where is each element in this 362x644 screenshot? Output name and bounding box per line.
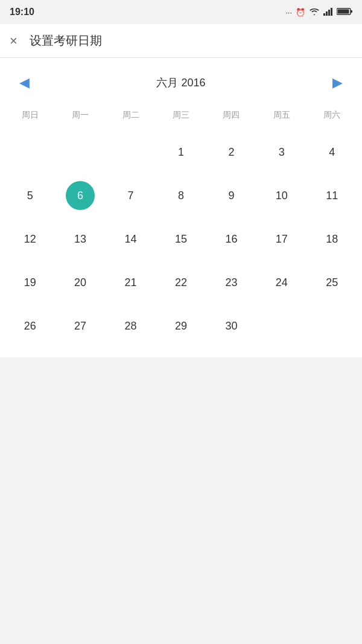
calendar-day[interactable]: 3 <box>256 130 306 174</box>
month-title: 六月 2016 <box>156 75 205 90</box>
calendar-day[interactable]: 10 <box>256 174 306 217</box>
calendar-day[interactable]: 22 <box>156 261 206 304</box>
calendar-day[interactable]: 23 <box>206 261 256 304</box>
page-title: 设置考研日期 <box>30 33 102 49</box>
status-icons: ··· ⏰ <box>285 7 352 18</box>
svg-rect-6 <box>338 9 349 13</box>
calendar-day[interactable]: 16 <box>206 217 256 261</box>
weekday-mon: 周一 <box>55 105 105 126</box>
calendar-day[interactable]: 8 <box>156 174 206 217</box>
svg-rect-1 <box>326 11 328 16</box>
calendar-day <box>307 304 357 348</box>
calendar-day[interactable]: 4 <box>307 130 357 174</box>
calendar-day[interactable]: 14 <box>106 217 156 261</box>
status-bar: 19:10 ··· ⏰ <box>0 0 362 24</box>
calendar-day[interactable]: 24 <box>256 261 306 304</box>
weekday-sat: 周六 <box>307 105 357 126</box>
calendar-day[interactable]: 21 <box>106 261 156 304</box>
weekday-sun: 周日 <box>5 105 55 126</box>
calendar-day <box>106 130 156 174</box>
calendar-day[interactable]: 28 <box>106 304 156 348</box>
calendar-day[interactable]: 18 <box>307 217 357 261</box>
calendar-day[interactable]: 19 <box>5 261 55 304</box>
status-time: 19:10 <box>10 7 34 18</box>
calendar-day[interactable]: 13 <box>55 217 105 261</box>
calendar-day[interactable]: 5 <box>5 174 55 217</box>
svg-rect-3 <box>331 8 332 16</box>
calendar-day[interactable]: 2 <box>206 130 256 174</box>
signal-dots-icon: ··· <box>285 8 292 17</box>
calendar-day[interactable]: 17 <box>256 217 306 261</box>
wifi-icon <box>309 7 320 18</box>
month-navigation: ◀ 六月 2016 ▶ <box>5 68 357 105</box>
weekday-headers: 周日 周一 周二 周三 周四 周五 周六 <box>5 105 357 126</box>
calendar-day[interactable]: 27 <box>55 304 105 348</box>
weekday-tue: 周二 <box>106 105 156 126</box>
calendar-day <box>55 130 105 174</box>
calendar-day[interactable]: 30 <box>206 304 256 348</box>
calendar-day[interactable]: 7 <box>106 174 156 217</box>
prev-month-button[interactable]: ◀ <box>14 72 34 93</box>
weekday-thu: 周四 <box>206 105 256 126</box>
calendar-day[interactable]: 26 <box>5 304 55 348</box>
calendar-grid: 1234567891011121314151617181920212223242… <box>5 130 357 348</box>
calendar-day[interactable]: 29 <box>156 304 206 348</box>
calendar: ◀ 六月 2016 ▶ 周日 周一 周二 周三 周四 周五 周六 1234567… <box>0 58 362 357</box>
calendar-day[interactable]: 12 <box>5 217 55 261</box>
page-header: × 设置考研日期 <box>0 24 362 58</box>
calendar-day[interactable]: 20 <box>55 261 105 304</box>
calendar-day[interactable]: 1 <box>156 130 206 174</box>
calendar-day[interactable]: 15 <box>156 217 206 261</box>
weekday-wed: 周三 <box>156 105 206 126</box>
calendar-day <box>5 130 55 174</box>
svg-rect-2 <box>328 10 330 16</box>
signal-icon <box>323 7 333 18</box>
calendar-day[interactable]: 9 <box>206 174 256 217</box>
svg-rect-0 <box>323 13 325 16</box>
alarm-icon: ⏰ <box>296 8 305 17</box>
weekday-fri: 周五 <box>256 105 306 126</box>
next-month-button[interactable]: ▶ <box>328 72 348 93</box>
calendar-day[interactable]: 11 <box>307 174 357 217</box>
svg-rect-5 <box>351 10 352 13</box>
battery-icon <box>337 7 352 18</box>
calendar-day <box>256 304 306 348</box>
calendar-day[interactable]: 6 <box>55 174 105 217</box>
calendar-day[interactable]: 25 <box>307 261 357 304</box>
close-button[interactable]: × <box>10 34 17 48</box>
